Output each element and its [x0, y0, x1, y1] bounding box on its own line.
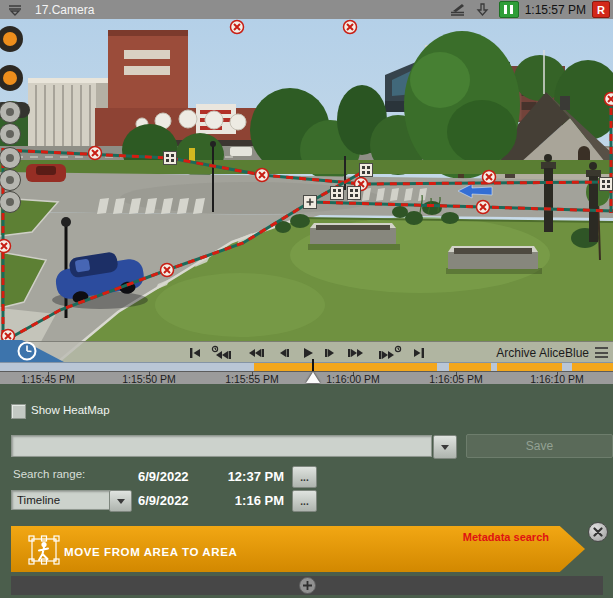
search-start-datetime: 6/9/202212:37 PM — [138, 467, 284, 485]
next-frame-button[interactable] — [346, 344, 368, 362]
zone-marker-cx[interactable] — [89, 147, 102, 160]
export-snapshot-icon[interactable] — [449, 2, 467, 18]
playhead-pointer[interactable] — [306, 372, 320, 383]
titlebar: 17.Camera 1:15:57 PM R — [0, 0, 613, 20]
event-dot-button-2[interactable] — [0, 123, 21, 145]
close-banner-button[interactable] — [588, 522, 608, 542]
zone-marker-cx[interactable] — [161, 264, 174, 277]
camera-video-feed[interactable] — [0, 19, 613, 362]
step-back-button[interactable] — [277, 344, 291, 362]
tick-label: 1:15:55 PM — [225, 373, 279, 385]
save-button[interactable]: Save — [466, 434, 613, 458]
zone-marker-sq[interactable] — [331, 187, 344, 200]
zone-marker-sq[interactable] — [164, 152, 177, 165]
event-dot-button-3[interactable] — [0, 147, 21, 169]
archive-menu-icon[interactable] — [595, 347, 608, 358]
tick-label: 1:16:05 PM — [429, 373, 483, 385]
tick-label: 1:16:10 PM — [530, 373, 584, 385]
step-forward-button[interactable] — [323, 344, 337, 362]
tick-label: 1:15:45 PM — [21, 373, 75, 385]
zone-marker-cx[interactable] — [231, 21, 244, 34]
playback-bar: Archive AliceBlue — [0, 341, 613, 363]
query-dropdown-button[interactable] — [433, 435, 457, 459]
move-area-icon — [27, 534, 61, 566]
archive-selector[interactable]: Archive AliceBlue — [496, 342, 589, 363]
timeline-labels: 1:15:45 PM1:15:50 PM1:15:55 PM1:16:00 PM… — [0, 371, 613, 384]
alarm-dot-button-1[interactable] — [0, 26, 23, 52]
event-dot-button-1[interactable] — [0, 101, 21, 123]
tick-label: 1:16:00 PM — [326, 373, 380, 385]
tick-label: 1:15:50 PM — [122, 373, 176, 385]
jump-to-start-button[interactable] — [186, 344, 202, 362]
zone-marker-cx[interactable] — [256, 169, 269, 182]
camera-scene — [0, 19, 613, 362]
metadata-search-tag: Metadata search — [463, 531, 549, 543]
zone-marker-sq[interactable] — [360, 164, 373, 177]
camera-window: 17.Camera 1:15:57 PM R — [0, 0, 613, 598]
metadata-search-banner[interactable]: MOVE FROM AREA TO AREA Metadata search — [11, 526, 585, 572]
add-search-bar — [11, 576, 603, 595]
zone-marker-cx[interactable] — [477, 201, 490, 214]
jump-to-end-button[interactable] — [412, 344, 428, 362]
query-combobox[interactable] — [11, 435, 432, 457]
zone-marker-cx[interactable] — [483, 171, 496, 184]
next-interval-clock-button[interactable] — [377, 344, 403, 362]
zone-marker-plus[interactable] — [304, 196, 317, 209]
record-indicator[interactable]: R — [592, 1, 610, 18]
camera-title: 17.Camera — [35, 3, 94, 17]
prev-interval-clock-button[interactable] — [211, 344, 237, 362]
rank-buttons — [0, 19, 34, 239]
time-navigator-corner[interactable] — [0, 336, 66, 362]
alarm-dot-button-2[interactable] — [0, 65, 23, 91]
event-dot-button-4[interactable] — [0, 169, 21, 191]
collapse-panel-icon[interactable] — [6, 2, 24, 18]
prev-frame-button[interactable] — [246, 344, 268, 362]
zone-marker-sq[interactable] — [348, 187, 361, 200]
range-source-dropdown-button[interactable] — [109, 490, 132, 512]
show-heatmap-checkbox[interactable] — [11, 404, 26, 419]
pause-button[interactable] — [499, 1, 519, 18]
zone-marker-sq[interactable] — [600, 178, 613, 191]
event-dot-button-5[interactable] — [0, 191, 21, 213]
download-arrow-icon[interactable] — [474, 2, 492, 18]
show-heatmap-label: Show HeatMap — [31, 404, 110, 416]
range-source-select[interactable]: Timeline — [11, 490, 114, 510]
search-end-datetime: 6/9/20221:16 PM — [138, 491, 284, 509]
start-date-picker-button[interactable]: ... — [292, 466, 317, 488]
banner-title: MOVE FROM AREA TO AREA — [64, 546, 237, 558]
current-time: 1:15:57 PM — [525, 3, 586, 17]
search-range-label: Search range: — [13, 468, 85, 480]
zone-marker-cx[interactable] — [605, 93, 613, 106]
zone-marker-cx[interactable] — [0, 240, 11, 253]
add-search-button[interactable] — [299, 577, 316, 594]
end-date-picker-button[interactable]: ... — [292, 490, 317, 512]
zone-marker-cx[interactable] — [344, 21, 357, 34]
